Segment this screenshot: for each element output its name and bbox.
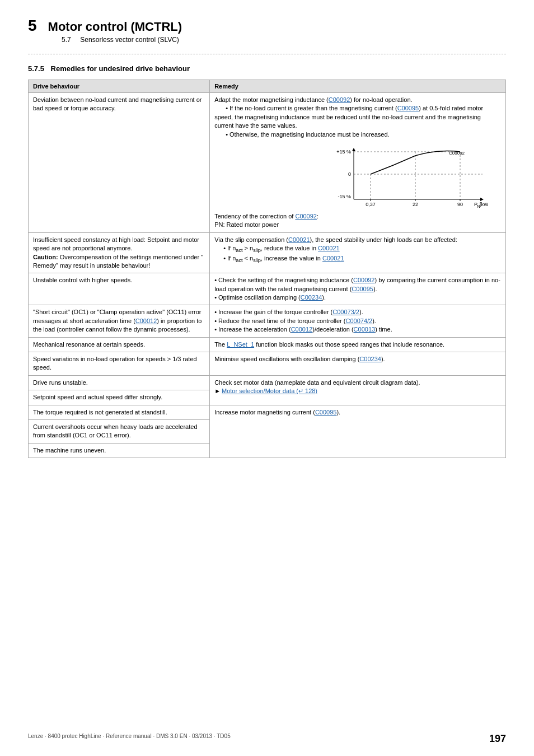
behaviour-cell: The torque required is not generated at …	[29, 405, 210, 419]
behaviour-cell: Drive runs unstable.	[29, 375, 210, 390]
divider	[28, 54, 506, 54]
table-row: Drive runs unstable. Check set motor dat…	[29, 375, 506, 390]
chapter-num: 5	[28, 17, 37, 35]
svg-marker-18	[352, 148, 355, 151]
link-c00012-2[interactable]: C00012	[291, 326, 313, 333]
link-c00095[interactable]: C00095	[397, 105, 419, 111]
behaviour-cell: Unstable control with higher speeds.	[29, 273, 210, 305]
table-row: "Short circuit" (OC1) or "Clamp operatio…	[29, 305, 506, 337]
remedy-cell: • Check the setting of the magnetising i…	[210, 273, 506, 305]
table-row: Unstable control with higher speeds. • C…	[29, 273, 506, 305]
table-row: Deviation between no-load current and ma…	[29, 93, 506, 233]
svg-text:-15 %: -15 %	[338, 194, 352, 199]
chapter-name: Motor control (MCTRL)	[48, 20, 182, 34]
link-c00013[interactable]: C00013	[354, 326, 376, 333]
table-row: The torque required is not generated at …	[29, 405, 506, 419]
behaviour-cell: Mechanical resonance at certain speeds.	[29, 337, 210, 352]
link-c00021-3[interactable]: C00021	[322, 255, 344, 262]
svg-text:90: 90	[457, 202, 463, 207]
behaviour-cell: Speed variations in no-load operation fo…	[29, 352, 210, 376]
col-header-behaviour: Drive behaviour	[29, 80, 210, 93]
link-motor-selection[interactable]: Motor selection/Motor data (↵ 128)	[222, 388, 317, 394]
footer-left: Lenze · 8400 protec HighLine · Reference…	[28, 733, 231, 745]
header: 5 Motor control (MCTRL) 5.7 Sensorless v…	[28, 17, 506, 44]
section-subtitle: 5.7 Sensorless vector control (SLVC)	[62, 36, 506, 44]
svg-text:22: 22	[413, 202, 418, 207]
footer: Lenze · 8400 protec HighLine · Reference…	[0, 733, 534, 745]
table-row: Speed variations in no-load operation fo…	[29, 352, 506, 376]
svg-text:0,37: 0,37	[366, 202, 376, 207]
svg-marker-19	[480, 198, 484, 201]
correction-chart: +15 % 0 -15 % 0,37 22 90 P	[331, 143, 488, 216]
link-c00012[interactable]: C00012	[135, 318, 157, 324]
svg-text:+15 %: +15 %	[336, 149, 351, 155]
section-heading: 5.7.5 Remedies for undesired drive behav…	[28, 64, 506, 73]
footer-right: 197	[489, 733, 506, 745]
behaviour-cell: Current overshoots occur when heavy load…	[29, 419, 210, 443]
link-c00092-2[interactable]: C00092	[295, 213, 317, 220]
link-c00021-2[interactable]: C00021	[318, 245, 340, 251]
remedy-cell: • Increase the gain of the torque contro…	[210, 305, 506, 337]
behaviour-cell: The machine runs uneven.	[29, 443, 210, 458]
table-row: Mechanical resonance at certain speeds. …	[29, 337, 506, 352]
remedy-cell: Adapt the motor magnetising inductance (…	[210, 93, 506, 233]
svg-text:0: 0	[348, 171, 351, 177]
remedy-cell: Increase motor magnetising current (C000…	[210, 405, 506, 458]
link-c00021[interactable]: C00021	[288, 236, 310, 243]
chapter-title: 5 Motor control (MCTRL)	[28, 17, 506, 35]
chart-container: +15 % 0 -15 % 0,37 22 90 P	[331, 143, 488, 216]
link-c00073[interactable]: C00073/2	[332, 309, 359, 315]
main-table: Drive behaviour Remedy Deviation between…	[28, 80, 506, 458]
link-c00074[interactable]: C00074/2	[345, 318, 372, 324]
behaviour-cell: "Short circuit" (OC1) or "Clamp operatio…	[29, 305, 210, 337]
link-lnset[interactable]: L_NSet_1	[227, 341, 254, 348]
link-c00095-2[interactable]: C00095	[352, 286, 373, 292]
link-c00092-3[interactable]: C00092	[353, 277, 375, 283]
link-c00234[interactable]: C00234	[301, 294, 322, 301]
svg-text:[kW]: [kW]	[480, 202, 488, 207]
table-row: Insufficient speed constancy at high loa…	[29, 232, 506, 273]
col-header-remedy: Remedy	[210, 80, 506, 93]
remedy-cell: Via the slip compensation (C00021), the …	[210, 232, 506, 273]
behaviour-cell: Setpoint speed and actual speed differ s…	[29, 390, 210, 405]
behaviour-cell: Deviation between no-load current and ma…	[29, 93, 210, 233]
remedy-cell: The L_NSet_1 function block masks out th…	[210, 337, 506, 352]
remedy-cell: Minimise speed oscillations with oscilla…	[210, 352, 506, 376]
behaviour-cell: Insufficient speed constancy at high loa…	[29, 232, 210, 273]
link-c00092[interactable]: C00092	[329, 96, 350, 103]
link-c00234-2[interactable]: C00234	[359, 356, 381, 362]
link-c00095-3[interactable]: C00095	[315, 409, 337, 416]
remedy-cell: Check set motor data (nameplate data and…	[210, 375, 506, 405]
svg-text:C00092: C00092	[449, 151, 465, 156]
